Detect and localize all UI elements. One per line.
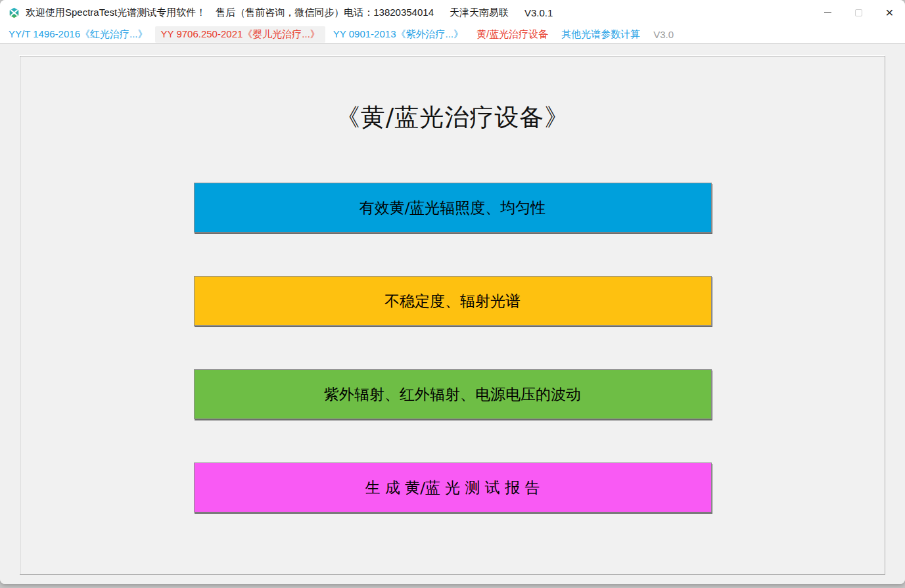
title-bar: 欢迎使用SpectraTest光谱测试专用软件！ 售后（售前咨询，微信同步）电话… (0, 0, 905, 25)
tab-version-label: V3.0 (648, 27, 679, 42)
close-icon: × (885, 5, 893, 20)
effective-irradiance-uniformity-button[interactable]: 有效黄/蓝光辐照度、均匀性 (194, 183, 712, 233)
main-area: 《黄/蓝光治疗设备》 有效黄/蓝光辐照度、均匀性 不稳定度、辐射光谱 紫外辐射、… (0, 44, 905, 584)
minimize-icon (824, 12, 831, 13)
company-name: 天津天南易联 (450, 7, 509, 19)
welcome-text: 欢迎使用SpectraTest光谱测试专用软件！ (26, 7, 206, 19)
maximize-icon (855, 9, 862, 16)
tab-uv-therapy[interactable]: YY 0901-2013《紫外治疗...》 (328, 26, 469, 43)
standards-tab-bar: YY/T 1496-2016《红光治疗...》 YY 9706.250-2021… (0, 25, 905, 44)
app-logo-icon (9, 7, 20, 18)
app-window: 欢迎使用SpectraTest光谱测试专用软件！ 售后（售前咨询，微信同步）电话… (0, 0, 905, 584)
content-panel: 《黄/蓝光治疗设备》 有效黄/蓝光辐照度、均匀性 不稳定度、辐射光谱 紫外辐射、… (20, 56, 885, 575)
maximize-button[interactable] (843, 0, 874, 25)
uv-ir-voltage-fluctuation-button[interactable]: 紫外辐射、红外辐射、电源电压的波动 (194, 369, 712, 419)
support-phone-text: 售后（售前咨询，微信同步）电话：13820354014 (216, 7, 434, 19)
tab-other-spectral-params[interactable]: 其他光谱参数计算 (556, 26, 645, 43)
generate-test-report-button[interactable]: 生 成 黄/蓝 光 测 试 报 告 (194, 463, 712, 512)
page-title: 《黄/蓝光治疗设备》 (20, 101, 885, 134)
close-button[interactable]: × (874, 0, 905, 25)
app-version: V3.0.1 (524, 7, 553, 18)
tab-infant-phototherapy[interactable]: YY 9706.250-2021《婴儿光治疗...》 (155, 26, 325, 43)
window-controls: × (812, 0, 905, 25)
tab-red-light-therapy[interactable]: YY/T 1496-2016《红光治疗...》 (3, 26, 152, 43)
tab-yellow-blue-light-device[interactable]: 黄/蓝光治疗设备 (471, 26, 553, 43)
instability-radiation-spectrum-button[interactable]: 不稳定度、辐射光谱 (194, 276, 712, 326)
minimize-button[interactable] (812, 0, 843, 25)
